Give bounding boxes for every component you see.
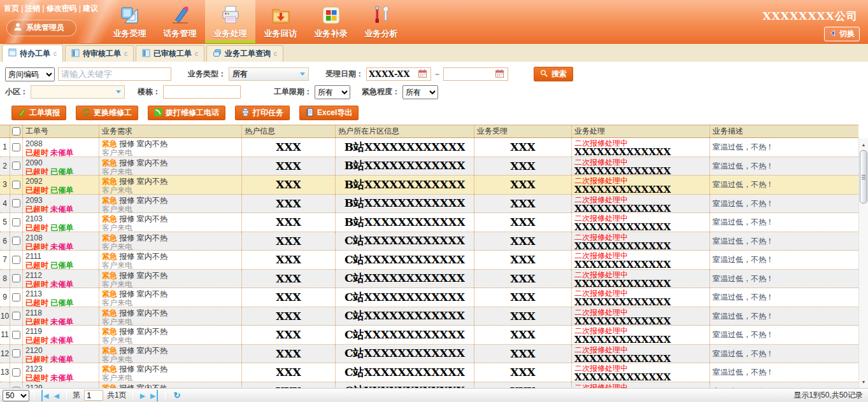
nav-item[interactable]: 业务处理 (205, 0, 255, 43)
demand-source: 客户来电 (102, 148, 241, 156)
nav-item[interactable]: 业务分析 (356, 0, 406, 43)
row-checkbox[interactable] (12, 199, 20, 207)
area-info-cell: C站XXXXXXXXXXXX (336, 251, 474, 269)
column-header[interactable]: 业务处理 (572, 125, 710, 137)
tab[interactable]: 已审核工单c (136, 45, 204, 62)
process-cell: 二次报修处理中XXXXXXXXXXXXX (572, 382, 710, 389)
last-page-icon[interactable]: ▶ (150, 390, 157, 401)
date-from-input[interactable] (369, 69, 418, 79)
table-row[interactable]: 82112已超时 未催单紧急 报修 室内不热客户来电XXXC站XXXXXXXXX… (0, 270, 858, 289)
next-page-icon[interactable]: ▶ (140, 390, 145, 401)
tab-refresh-mark[interactable]: c (53, 50, 57, 57)
header-link[interactable]: 注销 (25, 4, 40, 13)
deadline-select[interactable]: 所有 (315, 85, 350, 99)
timeout-status: 已超时 (25, 186, 48, 194)
date-to-input[interactable] (446, 69, 495, 79)
tab-refresh-mark[interactable]: c (274, 50, 277, 57)
row-checkbox[interactable] (12, 274, 20, 282)
calendar-icon[interactable] (495, 69, 504, 80)
header-link[interactable]: 首页 (4, 4, 19, 13)
refresh-icon[interactable]: ↻ (174, 391, 181, 400)
row-number: 8 (0, 270, 10, 288)
switch-button[interactable]: 切换 (824, 27, 860, 41)
header-link[interactable]: 建议 (83, 4, 98, 13)
table-row[interactable]: 92113已超时 已催单紧急 报修 室内不热客户来电XXXC站XXXXXXXXX… (0, 288, 858, 307)
row-checkbox[interactable] (12, 162, 20, 170)
customer-info-cell: XXX (242, 382, 336, 389)
table-row[interactable]: 142129已超时 未催单紧急 报修 室内不热客户来电XXXC站XXXXXXXX… (0, 382, 858, 389)
first-page-icon[interactable]: ◀ (41, 390, 48, 401)
row-checkbox[interactable] (12, 293, 20, 302)
nav-item[interactable]: 业务受理 (104, 0, 155, 43)
row-checkbox[interactable] (12, 143, 20, 151)
action-button[interactable]: 拨打维修工电话 (148, 106, 225, 120)
action-button[interactable]: 工单填报 (11, 106, 66, 120)
urgency-level: 紧急 (102, 158, 117, 167)
row-checkbox[interactable] (12, 181, 20, 189)
action-button[interactable]: Excel导出 (299, 106, 359, 120)
search-button[interactable]: 搜索 (534, 67, 573, 81)
row-checkbox[interactable] (12, 349, 20, 357)
table-row[interactable]: 32092已超时 已催单紧急 报修 室内不热客户来电XXXB站XXXXXXXXX… (0, 176, 858, 195)
table-row[interactable]: 22090已超时 已催单紧急 报修 室内不热客户来电XXXB站XXXXXXXXX… (0, 157, 858, 176)
column-header[interactable]: 热户所在片区信息 (336, 125, 474, 137)
community-select[interactable] (31, 85, 125, 99)
printer-small-icon (241, 108, 250, 118)
header-link[interactable]: 修改密码 (46, 4, 77, 13)
table-row[interactable]: 112119已超时 未催单紧急 报修 室内不热客户来电XXXC站XXXXXXXX… (0, 326, 858, 345)
tab-refresh-mark[interactable]: c (195, 50, 198, 57)
table-row[interactable]: 102118已超时 未催单紧急 报修 室内不热客户来电XXXC站XXXXXXXX… (0, 307, 858, 326)
calendar-icon[interactable] (418, 69, 427, 80)
column-header[interactable]: 工单号 (23, 125, 99, 137)
keyword-input[interactable] (58, 67, 171, 81)
column-header[interactable]: 业务描述 (710, 125, 858, 137)
current-page-input[interactable] (84, 390, 103, 401)
page-size-select[interactable]: 50 (3, 390, 29, 401)
scroll-up-arrow[interactable]: ▲ (859, 139, 868, 149)
table-row[interactable]: 122120已超时 未催单紧急 报修 室内不热客户来电XXXC站XXXXXXXX… (0, 345, 858, 364)
table-row[interactable]: 42093已超时 未催单紧急 报修 室内不热客户来电XXXB站XXXXXXXXX… (0, 195, 858, 214)
scrollbar-thumb[interactable] (860, 150, 867, 204)
row-checkbox[interactable] (12, 312, 20, 320)
vertical-scrollbar[interactable]: ▲ ▼ (858, 138, 868, 388)
row-checkbox-cell (10, 251, 23, 269)
action-button[interactable]: 更换维修工 (76, 106, 138, 120)
accept-cell: XXX (474, 307, 572, 326)
scroll-down-arrow[interactable]: ▼ (859, 377, 868, 387)
column-header[interactable]: 业务需求 (99, 125, 242, 137)
type-select[interactable]: 所有 (229, 67, 309, 81)
row-number: 1 (0, 138, 10, 156)
tab[interactable]: 业务工单查询c (206, 45, 283, 62)
user-pill[interactable]: 系统管理员 (6, 20, 76, 36)
select-all-checkbox[interactable] (12, 127, 20, 135)
table-row[interactable]: 62108已超时 未催单紧急 报修 室内不热客户来电XXXC站XXXXXXXXX… (0, 232, 858, 251)
tab[interactable]: 待审核工单c (65, 45, 134, 62)
switch-label: 切换 (839, 29, 855, 39)
row-checkbox[interactable] (12, 237, 20, 245)
tab-refresh-mark[interactable]: c (124, 50, 127, 57)
tab[interactable]: 待办工单c (2, 45, 63, 62)
table-row[interactable]: 132123已超时 未催单紧急 报修 室内不热客户来电XXXC站XXXXXXXX… (0, 363, 858, 382)
column-header[interactable]: 热户信息 (242, 125, 336, 137)
prev-page-icon[interactable]: ◀ (53, 390, 59, 401)
description-cell: 室温过低，不热！ (710, 232, 858, 251)
building-input[interactable] (163, 85, 241, 99)
table-row[interactable]: 72111已超时 已催单紧急 报修 室内不热客户来电XXXC站XXXXXXXXX… (0, 251, 858, 270)
description-cell: 室温过低，不热！ (710, 251, 858, 269)
row-checkbox[interactable] (12, 331, 20, 339)
row-checkbox[interactable] (12, 387, 20, 388)
table-row[interactable]: 52103已超时 已催单紧急 报修 室内不热客户来电XXXB站XXXXXXXXX… (0, 213, 858, 232)
action-button[interactable]: 打印任务 (235, 106, 290, 120)
column-header[interactable]: 业务受理 (474, 125, 572, 137)
row-checkbox[interactable] (12, 368, 20, 377)
row-checkbox[interactable] (12, 256, 20, 264)
table-row[interactable]: 12088已超时 未催单紧急 报修 室内不热客户来电XXXB站XXXXXXXXX… (0, 138, 858, 157)
process-detail: XXXXXXXXXXXXX (574, 242, 709, 251)
field-select[interactable]: 房间编码 (5, 67, 55, 81)
nav-item[interactable]: 业务回访 (255, 0, 306, 43)
row-checkbox[interactable] (12, 218, 20, 226)
accept-cell: XXX (474, 382, 572, 389)
nav-item[interactable]: 业务补录 (306, 0, 356, 43)
nav-item[interactable]: 话务管理 (155, 0, 205, 43)
urgency-select[interactable]: 所有 (402, 85, 438, 99)
